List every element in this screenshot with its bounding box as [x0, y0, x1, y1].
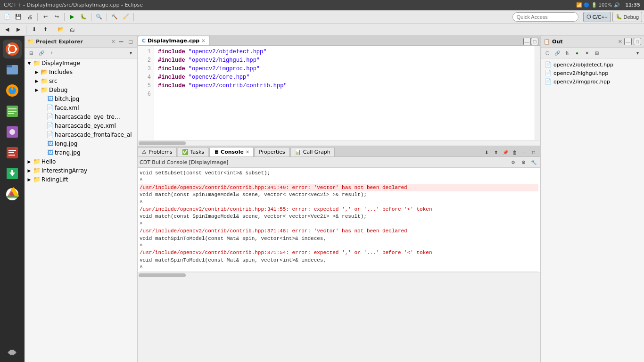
outline-cross[interactable]: ✕: [582, 49, 592, 57]
build-button[interactable]: 🔨: [109, 12, 120, 22]
dock-workspace[interactable]: [3, 123, 22, 141]
console-line-1: void setSubset(const vector<int>& subset…: [140, 170, 538, 177]
undo-button[interactable]: ↩: [40, 12, 50, 22]
tab-problems[interactable]: ⚠ Problems: [138, 147, 177, 156]
editor-hscrollbar[interactable]: [138, 140, 540, 146]
new-project[interactable]: +: [47, 49, 57, 57]
outline-highgui[interactable]: 📄 opencv2/highgui.hpp: [543, 69, 642, 77]
new-button[interactable]: 📄: [2, 12, 12, 22]
tree-face-xml[interactable]: ▶ 📄 face.xml: [25, 103, 137, 112]
outline-title: Out: [552, 39, 562, 45]
dock-firefox[interactable]: [3, 81, 22, 100]
outline-collapse[interactable]: ⬡: [543, 49, 552, 57]
outline-header: 📋 Out ✕ — □: [541, 36, 644, 48]
tab-call-graph[interactable]: 📊 Call Graph: [290, 147, 335, 156]
debug-button[interactable]: 🐛: [78, 12, 89, 22]
dock-text[interactable]: [3, 143, 22, 162]
tree-haarcascade-eye-tree[interactable]: ▶ 📄 haarcascade_eye_tree_eyeg...: [25, 112, 137, 121]
pin-console[interactable]: 📌: [501, 148, 510, 156]
clean-button[interactable]: 🧹: [121, 12, 131, 22]
outline-sort[interactable]: ⇅: [562, 49, 572, 57]
outline-menu[interactable]: ▾: [633, 49, 642, 57]
save-button[interactable]: 💾: [13, 12, 24, 22]
project-explorer-header: 📁 Project Explorer ✕ — □: [25, 36, 137, 48]
outline-close-icon[interactable]: ✕: [618, 39, 622, 45]
minimize-project-explorer[interactable]: —: [117, 38, 125, 45]
dock-spreadsheet[interactable]: [3, 102, 22, 121]
tree-hello-project[interactable]: ▶ 📁 Hello: [25, 157, 137, 166]
tree-trang-jpg[interactable]: ▶ 🖼 trang.jpg: [25, 148, 137, 157]
debug-perspective-button[interactable]: 🐛 Debug: [612, 12, 642, 22]
collapse-all[interactable]: ⊟: [26, 49, 36, 57]
maximize-editor[interactable]: □: [531, 38, 538, 45]
dock-chrome[interactable]: [3, 185, 22, 204]
tree-src[interactable]: ▶ 📁 src: [25, 76, 137, 85]
tab-properties[interactable]: Properties: [255, 147, 289, 156]
console-hscrollbar[interactable]: [138, 272, 540, 278]
tab-console[interactable]: 🖥 Console ✕: [209, 147, 254, 156]
prev-annotation[interactable]: ⬆: [40, 25, 50, 35]
redo-button[interactable]: ↪: [51, 12, 62, 22]
editor-scrollbar[interactable]: [535, 46, 540, 140]
svg-rect-18: [8, 155, 15, 156]
cpp-perspective-icon: ⬡: [586, 14, 591, 20]
link-with-editor[interactable]: 🔗: [37, 49, 46, 57]
console-hscrollbar-thumb[interactable]: [139, 273, 186, 277]
close-tab-displayimage[interactable]: ✕: [201, 38, 205, 43]
console-settings-1[interactable]: ⚙: [508, 158, 518, 166]
tree-debug[interactable]: ▶ 📁 Debug: [25, 85, 137, 94]
cpp-perspective-button[interactable]: ⬡ C/C++: [583, 12, 611, 22]
back-button[interactable]: ◀: [2, 25, 12, 35]
project-explorer-panel: 📁 Project Explorer ✕ — □ ⊟ 🔗 + ▾ ▼ 📁 Dis…: [25, 36, 138, 362]
outline-toolbar: ⬡ 🔗 ⇅ ● ✕ ⊞ ▾: [541, 48, 644, 58]
outline-settings[interactable]: ⊞: [592, 49, 602, 57]
console-scroll-down[interactable]: ⬇: [482, 148, 491, 156]
outline-filter[interactable]: ●: [572, 49, 582, 57]
code-editor[interactable]: #include "opencv2/objdetect.hpp" #includ…: [154, 46, 535, 140]
console-error-1: /usr/include/opencv2/contrib/contrib.hpp…: [140, 184, 538, 191]
tree-interestingarray-project[interactable]: ▶ 📁 InterestingArray: [25, 166, 137, 175]
minimize-bottom[interactable]: —: [520, 148, 529, 156]
close-console-tab[interactable]: ✕: [246, 149, 249, 155]
dock-ubuntu[interactable]: [3, 40, 22, 58]
tab-tasks[interactable]: ✅ Tasks: [178, 147, 208, 156]
clear-console[interactable]: 🗑: [510, 148, 520, 156]
outline-link[interactable]: 🔗: [553, 49, 562, 57]
search-button[interactable]: 🔍: [94, 12, 104, 22]
outline-imgproc[interactable]: 📄 opencv2/imgproc.hpp: [543, 77, 642, 86]
tree-ridinglift-project[interactable]: ▶ 📁 RidingLift: [25, 175, 137, 184]
next-annotation[interactable]: ⬇: [29, 25, 39, 35]
tree-long-jpg[interactable]: ▶ 🖼 long.jpg: [25, 139, 137, 148]
maximize-project-explorer[interactable]: □: [127, 38, 134, 45]
open-type[interactable]: 📂: [56, 25, 66, 35]
dock-files[interactable]: [3, 60, 22, 79]
console-caret-3: ^: [140, 221, 538, 228]
minimize-editor[interactable]: —: [523, 38, 531, 45]
editor-area: C DisplayImage.cpp ✕ — □ 1 2 3 4 5 6: [138, 36, 540, 362]
maximize-bottom[interactable]: □: [529, 148, 538, 156]
svg-rect-6: [7, 65, 12, 67]
print-button[interactable]: 🖨: [25, 12, 35, 22]
outline-icon: 📋: [544, 39, 550, 45]
editor-hscrollbar-thumb[interactable]: [139, 141, 186, 145]
quick-access-input[interactable]: [512, 12, 578, 22]
dock-settings[interactable]: [3, 343, 22, 362]
dock-download[interactable]: [3, 164, 22, 183]
console-wrench[interactable]: 🔧: [529, 158, 538, 166]
console-settings-2[interactable]: ⚙: [519, 158, 528, 166]
maximize-outline[interactable]: □: [634, 38, 641, 45]
console-scroll-up[interactable]: ⬆: [491, 148, 501, 156]
svg-point-4: [8, 52, 11, 54]
outline-objdetect[interactable]: 📄 opencv2/objdetect.hpp: [543, 60, 642, 69]
forward-button[interactable]: ▶: [13, 25, 24, 35]
run-button[interactable]: ▶: [67, 12, 77, 22]
tree-bitch-jpg[interactable]: ▶ 🖼 bitch.jpg: [25, 94, 137, 103]
view-menu[interactable]: ▾: [126, 49, 135, 57]
minimize-outline[interactable]: —: [624, 38, 632, 45]
tree-haarcascade-eye[interactable]: ▶ 📄 haarcascade_eye.xml: [25, 121, 137, 130]
tree-includes[interactable]: ▶ 📂 Includes: [25, 67, 137, 76]
tree-haarcascade-frontal[interactable]: ▶ 📄 haarcascade_frontalface_al: [25, 130, 137, 139]
tab-displayimage-cpp[interactable]: C DisplayImage.cpp ✕: [138, 36, 210, 45]
tree-displayimage-project[interactable]: ▼ 📁 DisplayImage: [25, 58, 137, 67]
open-resource[interactable]: 🗂: [67, 25, 77, 35]
